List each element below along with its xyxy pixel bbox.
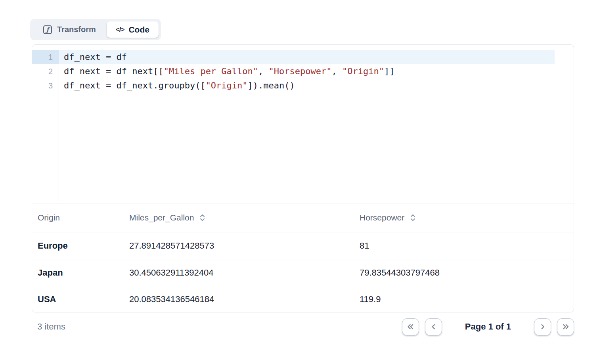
function-icon: ƒ (43, 25, 52, 34)
table-footer: 3 items Page 1 of 1 (32, 316, 574, 337)
code-editor[interactable]: 1df_next = df2df_next = df_next[["Miles_… (32, 45, 574, 203)
column-header-label: Horsepower (360, 213, 404, 222)
code-text: df_next = df_next[["Miles_per_Gallon", "… (59, 64, 574, 79)
cell-horsepower: 119.9 (360, 294, 574, 305)
tab-transform[interactable]: ƒ Transform (33, 21, 107, 38)
line-number: 1 (32, 50, 59, 64)
tab-transform-label: Transform (57, 25, 96, 34)
sort-icon (410, 214, 416, 222)
cell-miles-per-gallon: 30.450632911392404 (129, 268, 360, 278)
cell-origin: Europe (38, 241, 129, 251)
column-header-label: Origin (38, 213, 60, 222)
cell-miles-per-gallon: 20.083534136546184 (129, 294, 360, 305)
code-text: df_next = df_next.groupby(["Origin"]).me… (59, 79, 574, 93)
last-page-button[interactable] (557, 318, 574, 335)
column-header-label: Miles_per_Gallon (129, 213, 194, 222)
code-line: 1df_next = df (32, 50, 574, 64)
code-text: df_next = df (59, 50, 574, 64)
cell-origin: USA (38, 294, 129, 305)
code-icon: </> (116, 26, 124, 34)
cell-horsepower: 79.83544303797468 (360, 268, 574, 278)
next-page-button[interactable] (534, 318, 551, 335)
column-header: Origin (38, 213, 129, 222)
table-row: Europe27.89142857142857381 (32, 232, 574, 259)
table-body: Europe27.89142857142857381Japan30.450632… (32, 232, 574, 312)
table-row: Japan30.45063291139240479.83544303797468 (32, 259, 574, 286)
last-page-icon (561, 322, 570, 331)
next-page-icon (538, 322, 547, 331)
line-number: 3 (32, 79, 59, 93)
view-mode-tabs: ƒ Transform </> Code (30, 19, 161, 40)
column-header[interactable]: Miles_per_Gallon (129, 213, 360, 222)
prev-page-button[interactable] (425, 318, 442, 335)
line-number: 2 (32, 64, 59, 79)
column-header[interactable]: Horsepower (360, 213, 574, 222)
cell-origin: Japan (38, 268, 129, 278)
page-indicator: Page 1 of 1 (465, 322, 511, 332)
table-header-row: OriginMiles_per_GallonHorsepower (32, 203, 574, 232)
transform-panel: 1df_next = df2df_next = df_next[["Miles_… (32, 44, 574, 312)
pagination: Page 1 of 1 (402, 318, 574, 335)
sort-icon (199, 214, 205, 222)
code-line: 2df_next = df_next[["Miles_per_Gallon", … (32, 64, 574, 79)
cell-miles-per-gallon: 27.891428571428573 (129, 241, 360, 251)
table-row: USA20.083534136546184119.9 (32, 286, 574, 312)
first-page-icon (406, 322, 415, 331)
items-count: 3 items (37, 322, 65, 332)
cell-horsepower: 81 (360, 241, 574, 251)
prev-page-icon (429, 322, 438, 331)
tab-code[interactable]: </> Code (107, 21, 159, 38)
code-line: 3df_next = df_next.groupby(["Origin"]).m… (32, 79, 574, 93)
first-page-button[interactable] (402, 318, 419, 335)
tab-code-label: Code (128, 25, 149, 34)
